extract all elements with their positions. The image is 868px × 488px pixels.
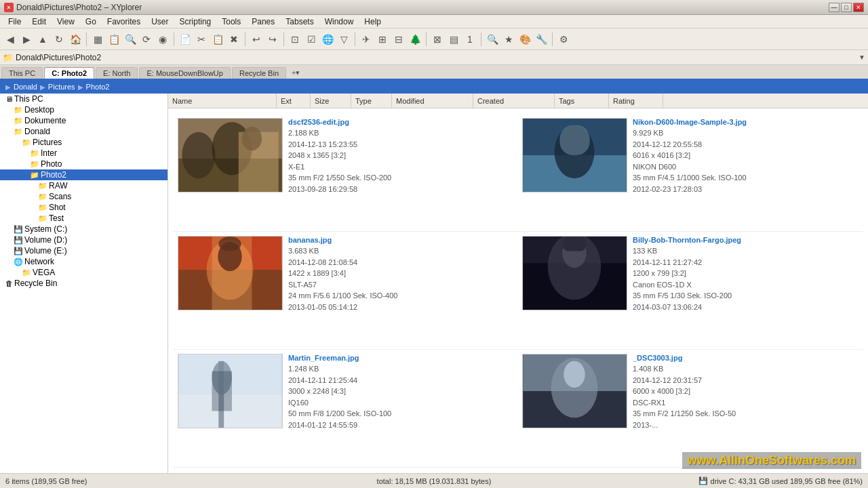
new-button[interactable]: 📄: [178, 32, 193, 47]
grid-button[interactable]: ⊞: [375, 32, 390, 47]
thumbnail-2[interactable]: [522, 118, 627, 192]
thumbnail-6[interactable]: [522, 354, 627, 428]
tab-this-pc[interactable]: This PC: [1, 67, 43, 79]
file-name-5[interactable]: Martin_Freeman.jpg: [288, 354, 514, 362]
paste-button[interactable]: 📋: [210, 32, 225, 47]
folder-icon: 📁: [3, 53, 13, 62]
tree-button[interactable]: 🌲: [408, 32, 422, 47]
tree-this-pc[interactable]: 🖥 This PC: [0, 94, 167, 104]
maximize-button[interactable]: □: [841, 3, 852, 12]
file-name-3[interactable]: bananas.jpg: [288, 236, 514, 244]
undo-button[interactable]: ↩: [249, 32, 264, 47]
menu-panes[interactable]: Panes: [246, 16, 280, 28]
tree-desktop[interactable]: 📁 Desktop: [0, 104, 167, 115]
color-button[interactable]: 🎨: [517, 32, 532, 47]
send-button[interactable]: ⊡: [288, 32, 302, 47]
menu-edit[interactable]: Edit: [26, 16, 52, 28]
search-button[interactable]: 🔍: [123, 32, 138, 47]
cut-button[interactable]: ✂: [194, 32, 209, 47]
menu-user[interactable]: User: [146, 16, 174, 28]
close-button[interactable]: ✕: [853, 3, 864, 12]
menu-help[interactable]: Help: [359, 16, 387, 28]
thumbnail-5[interactable]: [178, 354, 283, 428]
col-header-name[interactable]: Name: [168, 94, 277, 108]
col-header-size[interactable]: Size: [311, 94, 351, 108]
tree-system-c[interactable]: 💾 System (C:): [0, 224, 167, 235]
preview-button[interactable]: ⊟: [391, 32, 406, 47]
minimize-button[interactable]: —: [829, 3, 840, 12]
tree-pictures[interactable]: 📁 Pictures: [0, 137, 167, 148]
star-button[interactable]: ★: [501, 32, 516, 47]
tree-recycle-bin[interactable]: 🗑 Recycle Bin: [0, 278, 167, 289]
tree-vega[interactable]: 📁 VEGA: [0, 267, 167, 278]
check-button[interactable]: ☑: [304, 32, 319, 47]
tab-photo2[interactable]: C: Photo2: [44, 67, 94, 79]
file-info-2: Nikon-D600-Image-Sample-3.jpg 9.929 KB 2…: [633, 118, 859, 195]
back-button[interactable]: ◀: [3, 32, 18, 47]
col-header-type[interactable]: Type: [351, 94, 392, 108]
view-icon[interactable]: ▦: [90, 32, 105, 47]
status-item-count: 6 items (189,95 GB free): [5, 477, 282, 485]
globe-button[interactable]: 🌐: [320, 32, 335, 47]
col-header-tags[interactable]: Tags: [555, 94, 609, 108]
col-header-rating[interactable]: Rating: [609, 94, 663, 108]
thumbnail-4[interactable]: [522, 236, 627, 310]
tree-test[interactable]: 📁 Test: [0, 213, 167, 224]
tree-dokumente[interactable]: 📁 Dokumente: [0, 115, 167, 126]
menu-scripting[interactable]: Scripting: [174, 16, 217, 28]
col-header-modified[interactable]: Modified: [392, 94, 473, 108]
tree-scans[interactable]: 📁 Scans: [0, 191, 167, 202]
menu-file[interactable]: File: [3, 16, 26, 28]
file-name-1[interactable]: dscf2536-edit.jpg: [288, 118, 514, 126]
tab-add-button[interactable]: +▾: [288, 67, 304, 79]
tree-shot[interactable]: 📁 Shot: [0, 202, 167, 213]
num-button[interactable]: 1: [462, 32, 477, 47]
delete-button[interactable]: ✖: [226, 32, 241, 47]
breadcrumb-pictures[interactable]: Pictures: [48, 83, 75, 91]
forward-button[interactable]: ▶: [19, 32, 34, 47]
tab-north[interactable]: E: North: [96, 67, 138, 79]
home-button[interactable]: 🏠: [68, 32, 83, 47]
menu-tabsets[interactable]: Tabsets: [280, 16, 319, 28]
menu-go[interactable]: Go: [80, 16, 102, 28]
tree-photo[interactable]: 📁 Photo: [0, 159, 167, 169]
tree-raw[interactable]: 📁 RAW: [0, 180, 167, 191]
address-dropdown-icon[interactable]: ▼: [859, 54, 865, 61]
menu-tools[interactable]: Tools: [216, 16, 246, 28]
tab-recycle[interactable]: Recycle Bin: [232, 67, 286, 79]
file-name-6[interactable]: _DSC3003.jpg: [633, 354, 859, 362]
menu-window[interactable]: Window: [319, 16, 359, 28]
tools-icon[interactable]: 🔧: [534, 32, 549, 47]
col-header-ext[interactable]: Ext: [277, 94, 311, 108]
layout-button[interactable]: ▤: [446, 32, 461, 47]
tab-mousedown[interactable]: E: MouseDownBlowUp: [139, 67, 231, 79]
thumbnail-3[interactable]: [178, 236, 283, 310]
redo-button[interactable]: ↪: [265, 32, 280, 47]
file-name-2[interactable]: Nikon-D600-Image-Sample-3.jpg: [633, 118, 859, 126]
file-name-4[interactable]: Billy-Bob-Thornton-Fargo.jpeg: [633, 236, 859, 244]
tree-volume-e[interactable]: 💾 Volume (E:): [0, 245, 167, 256]
filter-button[interactable]: ▽: [336, 32, 351, 47]
breadcrumb-photo2[interactable]: Photo2: [86, 83, 110, 91]
refresh-button[interactable]: ↻: [52, 32, 66, 47]
send2-button[interactable]: ✈: [359, 32, 374, 47]
breadcrumb-donald[interactable]: Donald: [14, 83, 37, 91]
tree-volume-d[interactable]: 💾 Volume (D:): [0, 235, 167, 245]
tree-photo2[interactable]: 📁 Photo2: [0, 169, 167, 180]
copy-button[interactable]: 📋: [106, 32, 121, 47]
menu-favorites[interactable]: Favorites: [102, 16, 146, 28]
settings-button[interactable]: ⚙: [556, 32, 571, 47]
address-text[interactable]: Donald\Pictures\Photo2: [16, 53, 856, 62]
menu-view[interactable]: View: [52, 16, 80, 28]
tree-network[interactable]: 🌐 Network: [0, 256, 167, 267]
up-button[interactable]: ▲: [35, 32, 50, 47]
tree-inter[interactable]: 📁 Inter: [0, 148, 167, 159]
special-button[interactable]: ◉: [155, 32, 170, 47]
tree-donald[interactable]: 📁 Donald: [0, 126, 167, 137]
refresh2-button[interactable]: ⟳: [139, 32, 154, 47]
column-headers: Name Ext Size Type Modified Created Tags…: [168, 94, 868, 108]
thumbnail-1[interactable]: [178, 118, 283, 192]
dual-button[interactable]: ⊠: [430, 32, 445, 47]
find-button[interactable]: 🔍: [485, 32, 500, 47]
col-header-created[interactable]: Created: [473, 94, 555, 108]
